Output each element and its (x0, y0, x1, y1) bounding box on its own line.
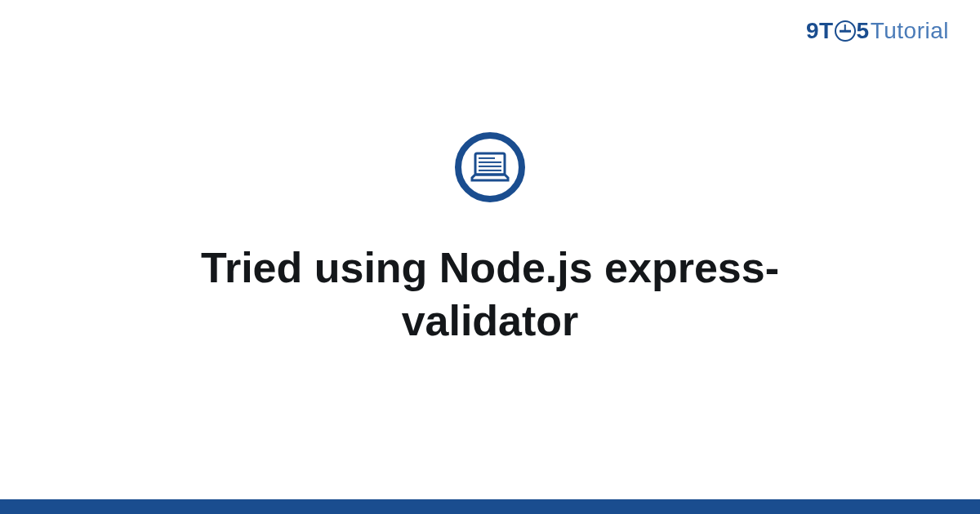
clock-icon (835, 20, 856, 42)
footer-accent-bar (0, 499, 980, 514)
logo-nine: 9 (806, 18, 819, 44)
brand-logo: 9 T 5 Tutorial (806, 18, 949, 44)
main-content: Tried using Node.js express-validator (0, 132, 980, 348)
logo-t: T (819, 18, 834, 44)
laptop-icon (470, 152, 510, 183)
logo-tutorial: Tutorial (871, 18, 949, 44)
logo-five: 5 (857, 18, 870, 44)
page-title: Tried using Node.js express-validator (122, 241, 858, 348)
svg-rect-0 (475, 153, 505, 175)
icon-badge (455, 132, 525, 202)
